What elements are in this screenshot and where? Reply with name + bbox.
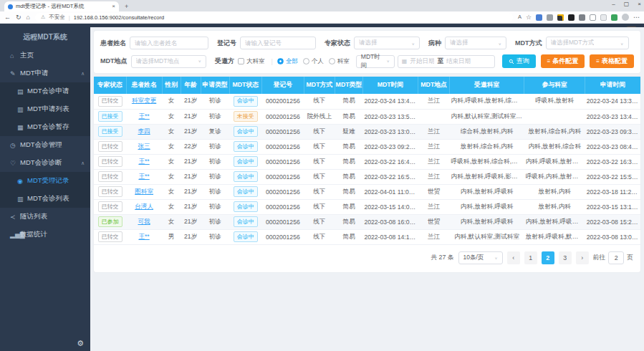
favorite-star-icon[interactable]: ☆ [526,14,532,21]
invitee-radio-department[interactable]: 科室 [329,57,350,66]
apply-type-cell: 初诊 [201,94,229,109]
sidebar-item-随访列表[interactable]: ≺随访列表 [0,208,90,226]
apply-type-cell: 初诊 [201,169,229,184]
patient-name-link[interactable]: 李四 [138,128,150,135]
filter-panel: 患者姓名 登记号 专家状态 请选择∨ 病种 请选择∨ MDT方式 请选择MDT方… [94,31,640,73]
invited-depts-cell: 内科,放射科,呼吸科,影像科 [450,169,524,184]
mdt-location-select[interactable]: 请选择MDT地点∨ [131,55,206,68]
more-menu-icon[interactable]: ⋯ [633,14,640,21]
browser-profile-avatar[interactable] [622,14,629,21]
page-size-select[interactable]: 10条/页∨ [458,251,503,264]
search-icon [509,59,514,64]
patient-name-link[interactable]: 王** [138,173,149,180]
gender-cell: 女 [162,109,181,124]
option-divider: | [271,58,272,65]
goto-page-input[interactable] [608,251,624,264]
sidebar-item-主页[interactable]: ⌂主页 [0,47,90,64]
extension-icon[interactable] [568,14,575,21]
mdt-time-cell: 2022-03-23 13:50:00 [362,109,418,124]
mdt-status-tag: 会诊中 [234,156,258,167]
register-no-cell: 0002001256 [261,139,304,154]
participant-depts-cell [524,109,585,124]
apply-time-cell: 2022-03-23 09:35:39 [585,124,640,139]
back-icon[interactable]: ← [4,14,11,21]
mdt-time-cell: 2022-04-01 11:00:00 [362,184,418,199]
sidebar-item-MDT会诊申请[interactable]: ▤MDT会诊申请 [0,82,90,100]
extension-icon[interactable] [557,14,564,21]
mdt-mode-select[interactable]: 请选择MDT方式∨ [546,37,629,49]
patient-name-link[interactable]: 科室变更 [132,97,156,104]
page-button-3[interactable]: 3 [559,251,572,264]
search-button[interactable]: 查询 [502,54,536,68]
tab-close-icon[interactable]: × [112,4,115,9]
extension-icon[interactable] [579,14,585,21]
sidebar-item-MDT会诊管理[interactable]: ◷MDT会诊管理 [0,136,90,154]
browser-tab[interactable]: mdt受理记录 - 远程MDT系统 × [4,1,119,11]
table-config-button[interactable]: ≡ 表格配置 [590,54,634,68]
config-lines-icon: ≡ [596,59,600,64]
reload-icon[interactable]: ↻ [16,14,21,21]
sidebar-item-数据统计[interactable]: ▂▅▇数据统计 [0,226,90,244]
settings-gear-icon[interactable]: ⚙ [77,339,84,348]
mdt-status-tag: 会诊中 [229,229,261,244]
mdt-status-tag: 会诊中 [234,141,258,152]
mdt-time-cell: 2022-03-08 14:10:00 [362,229,418,244]
sidebar-item-MDT会诊诊断[interactable]: ♡MDT会诊诊断∧ [0,154,90,172]
participant-depts-cell: 放射科,内科 [524,199,585,214]
sidebar-submenu: ▤MDT会诊申请▥MDT申请列表▦MDT会诊暂存 [0,82,90,136]
register-no-cell: 0002001256 [261,94,304,109]
sidebar-item-label: MDT会诊列表 [27,194,85,203]
expert-status-tag: 已转交 [94,184,126,199]
patient-name-link[interactable]: 图科室 [135,188,153,195]
gender-cell: 女 [162,154,181,169]
time-type-select[interactable]: MDT时间∨ [356,55,395,68]
window-minimize-icon[interactable]: – [612,1,615,7]
read-aloud-icon[interactable]: A [518,14,522,20]
table-header-row: 专家状态患者姓名性别年龄申请类型MDT状态登记号MDT方式MDT类型MDT时间M… [94,77,640,94]
sidebar-item-MDT申请[interactable]: ✎MDT申请∧ [0,64,90,82]
patient-name-input[interactable] [130,37,208,49]
apply-type-cell: 初诊 [201,229,229,244]
condition-config-button[interactable]: ≡ 条件配置 [541,54,585,68]
patient-name-link[interactable]: 可我 [138,218,150,225]
next-page-button[interactable]: › [576,251,589,264]
expert-status-tag: 已接受 [94,109,126,124]
window-maximize-icon[interactable]: ▢ [624,1,630,7]
expert-status-select[interactable]: 请选择∨ [354,37,420,49]
security-warning-icon: ⚠ [41,14,45,20]
register-no-cell: 0002001256 [261,124,304,139]
disease-select[interactable]: 请选择∨ [445,37,506,49]
gender-cell: 女 [162,94,181,109]
patient-name-link[interactable]: 张三 [138,143,150,150]
collections-icon[interactable] [600,14,607,21]
date-range-picker[interactable]: ▦ 开始日期 至 结束日期 [398,55,495,68]
invitee-radio-all[interactable]: 全部 [277,57,298,66]
prev-page-button[interactable]: ‹ [507,251,520,264]
invitee-radio-person[interactable]: 个人 [303,57,324,66]
patient-name-link[interactable]: 王** [138,112,149,120]
extension-icon[interactable] [547,14,553,21]
sidebar-item-MDT申请列表[interactable]: ▥MDT申请列表 [0,100,90,118]
window-close-icon[interactable]: × [638,1,641,7]
page-button-2[interactable]: 2 [542,251,554,264]
patient-name-link[interactable]: 王** [138,158,149,165]
mdt-time-cell: 2022-03-23 13:00:00 [362,124,418,139]
extension-icon[interactable] [536,14,542,21]
mdt-location-cell: 兰江 [418,199,450,214]
home-icon[interactable]: ⌂ [27,14,30,21]
column-header: 参与科室 [524,77,585,94]
sidebar-item-MDT受理记录[interactable]: ◉MDT受理记录 [0,172,90,190]
register-no-input[interactable] [240,37,316,49]
split-screen-icon[interactable] [590,14,596,21]
sidebar-item-MDT会诊列表[interactable]: ▥MDT会诊列表 [0,190,90,208]
register-no-cell: 0002001256 [261,199,304,214]
invitee-checkbox-dept[interactable]: 大科室 [238,57,265,66]
patient-name-link[interactable]: 王** [138,233,149,240]
patient-name-link[interactable]: 台湾人 [135,203,153,210]
mdt-mode-cell: 线下 [304,154,335,169]
page-button-1[interactable]: 1 [524,251,537,264]
sidebar-item-MDT会诊暂存[interactable]: ▦MDT会诊暂存 [0,118,90,136]
address-bar[interactable]: ⚠ 不安全 | 192.168.0.156:9002/consultate/re… [35,13,513,22]
browser-essentials-icon[interactable] [611,14,617,21]
new-tab-button[interactable]: + [125,3,128,11]
